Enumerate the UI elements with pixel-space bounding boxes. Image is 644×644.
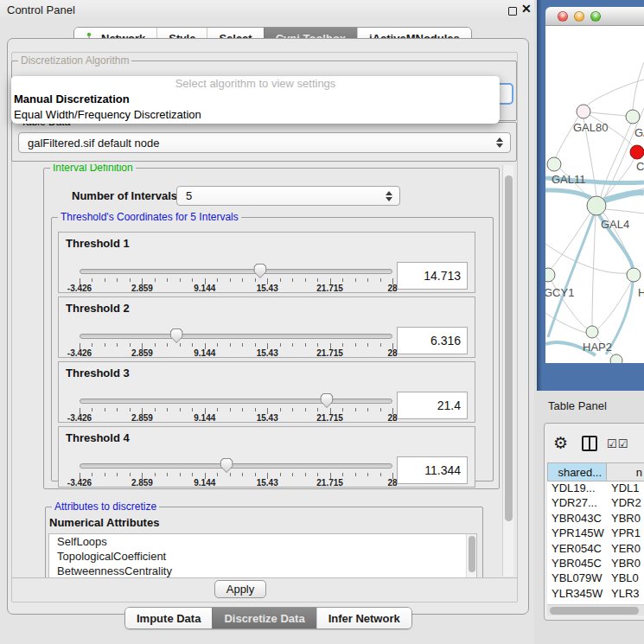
table-scrollbar-thumb[interactable] [550,607,639,615]
algorithm-dropdown-popup: Select algorithm to view settings Manual… [11,76,500,124]
column-header-shared[interactable]: shared... [547,462,607,481]
checkbox-checked-icons[interactable]: ☑☑ [607,437,628,450]
numerical-attributes-list[interactable]: SelfLoopsTopologicalCoefficientBetweenne… [48,533,477,577]
network-edge[interactable] [592,215,596,326]
list-scrollbar-thumb[interactable] [469,536,475,572]
table-row[interactable]: YDR27...YDR2 [547,496,644,511]
slider-tick-labels: -3.4262.8599.14415.4321.71528 [80,284,392,294]
network-edge[interactable] [545,244,627,273]
cell-shared-name[interactable]: YBR043C [547,512,607,526]
column-header-name[interactable]: n [607,462,644,481]
network-edge[interactable] [590,112,626,116]
network-node-gal80[interactable] [577,105,590,118]
table-row[interactable]: YLR345WYLR3 [547,587,644,602]
zoom-traffic-light[interactable] [590,11,601,22]
cell-name[interactable]: YBR0 [607,557,644,571]
panel-title: Control Panel [7,3,75,16]
slider-tick-labels: -3.4262.8599.14415.4321.71528 [80,478,392,488]
threshold-value-field[interactable]: 11.344 [397,456,468,484]
threshold-slider[interactable]: -3.4262.8599.14415.4321.71528 [80,267,392,293]
settings-scrollbar[interactable] [502,165,513,577]
table-row[interactable]: YBR043CYBR0 [547,512,644,526]
attribute-table: shared... n YDL19...YDL1YDR27...YDR2YBR0… [547,462,644,604]
threshold-slider[interactable]: -3.4262.8599.14415.4321.71528 [80,332,392,358]
network-edge[interactable] [606,209,644,214]
table-horizontal-scrollbar[interactable] [547,604,644,615]
dropdown-option[interactable]: Manual Discretization [11,92,500,107]
slider-thumb[interactable] [170,328,183,343]
thresholds-groupbox: Threshold's Coordinates for 5 Intervals … [51,217,494,481]
bottom-tab-infer-network[interactable]: Infer Network [316,608,411,628]
table-row[interactable]: YBR045CYBR0 [547,557,644,571]
slider-track[interactable] [80,463,392,469]
cell-shared-name[interactable]: YER054C [547,542,607,557]
slider-track[interactable] [80,334,392,339]
attribute-list-item[interactable]: BetweennessCentrality [49,564,476,577]
slider-track[interactable] [80,269,392,274]
cell-name[interactable]: YBR0 [607,512,644,526]
table-row[interactable]: YDL19...YDL1 [547,481,644,496]
cell-shared-name[interactable]: YDR27... [547,496,607,511]
cell-name[interactable]: YDR2 [607,496,644,511]
tab-label: Impute Data [137,612,201,625]
slider-thumb[interactable] [220,458,233,473]
table-row[interactable]: YPR145WYPR1 [547,526,644,541]
apply-button[interactable]: Apply [214,580,266,598]
threshold-panel: Threshold 1-3.4262.8599.14415.4321.71528… [58,232,475,293]
threshold-value-field[interactable]: 21.4 [397,392,468,419]
cell-shared-name[interactable]: YLR345W [547,587,607,602]
network-node-h[interactable] [627,268,641,282]
number-of-intervals-combobox[interactable]: 5 [176,186,400,206]
network-node-hap2[interactable] [586,326,598,338]
minimize-traffic-light[interactable] [574,11,584,22]
slider-track[interactable] [80,399,392,404]
threshold-slider[interactable]: -3.4262.8599.14415.4321.71528 [80,397,392,423]
slider-thumb[interactable] [253,264,266,278]
list-scrollbar[interactable] [466,534,476,577]
close-traffic-light[interactable] [558,11,568,22]
threshold-panel: Threshold 4-3.4262.8599.14415.4321.71528… [58,426,475,488]
network-node-gal11[interactable] [547,157,561,171]
gear-icon[interactable]: ⚙ [553,435,568,452]
cell-shared-name[interactable]: YBR045C [547,557,607,571]
network-node-gal4[interactable] [587,196,606,215]
float-window-icon[interactable] [508,7,517,16]
cell-name[interactable]: YPR1 [607,526,644,541]
threshold-panel: Threshold 3-3.4262.8599.14415.4321.71528… [58,361,475,423]
split-columns-icon[interactable] [582,436,597,451]
attribute-list-item[interactable]: SelfLoops [49,534,476,549]
network-node-ga[interactable] [626,110,640,124]
network-edge[interactable] [598,282,631,328]
cell-name[interactable]: YLR3 [607,587,644,602]
table-data-combobox[interactable]: galFiltered.sif default node [18,132,511,153]
dropdown-option[interactable]: Equal Width/Frequency Discretization [11,107,500,123]
table-row[interactable]: YBL079WYBL0 [547,571,644,586]
cell-shared-name[interactable]: YDL19... [547,481,607,496]
table-row[interactable]: YER054CYER0 [547,542,644,557]
screenshot-root: Control Panel ✕ NetworkStyleSelectCyni T… [0,0,644,644]
cell-name[interactable]: YER0 [607,542,644,557]
bottom-tab-discretize-data[interactable]: Discretize Data [212,608,316,628]
cell-name[interactable]: YDL1 [607,481,644,496]
threshold-slider[interactable]: -3.4262.8599.14415.4321.71528 [80,462,392,488]
settings-scrollbar-thumb[interactable] [505,175,513,521]
network-node-gcy1[interactable] [545,268,555,282]
threshold-value-field[interactable]: 6.316 [397,327,468,354]
cell-shared-name[interactable]: YBL079W [547,571,607,586]
network-node-label: C [636,160,644,173]
network-node-c[interactable] [630,145,644,159]
cell-name[interactable]: YBL0 [607,571,644,586]
network-edge[interactable] [601,124,631,197]
cell-shared-name[interactable]: YPR145W [547,526,607,541]
bottom-tab-impute-data[interactable]: Impute Data [125,608,212,628]
threshold-value-field[interactable]: 14.713 [397,262,468,290]
slider-thumb[interactable] [320,393,333,408]
network-canvas[interactable]: GAL80GACGAL11GAL4GCY1HHAP2 [545,26,644,363]
attribute-list-item[interactable]: TopologicalCoefficient [49,549,476,564]
tab-label: Infer Network [328,612,400,625]
network-edge[interactable] [633,62,644,110]
close-icon[interactable]: ✕ [521,2,532,16]
network-edge-highlighted[interactable] [545,190,595,201]
table-data-groupbox: Table Data galFiltered.sif default node [11,122,517,162]
network-node[interactable] [610,354,622,363]
